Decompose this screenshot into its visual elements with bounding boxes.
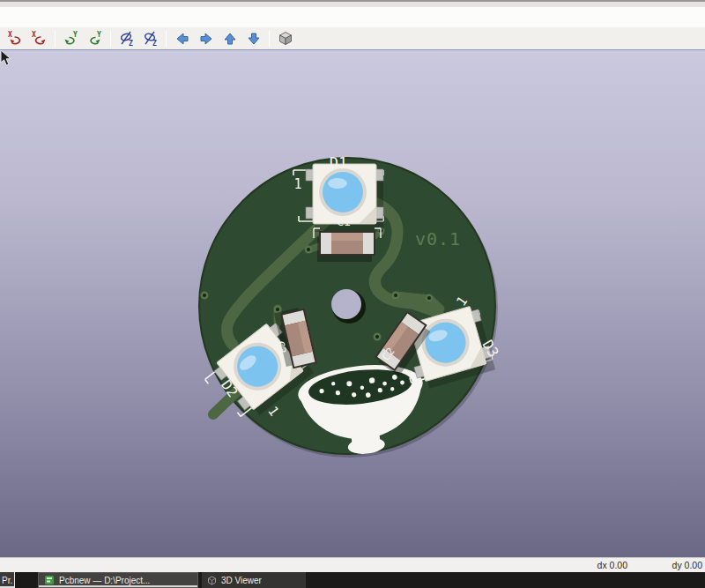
toolbar-separator [110, 31, 111, 47]
toolbar-separator [55, 31, 56, 47]
viewer-toolbar: X X Y Y [0, 27, 705, 50]
arrow-left-icon [174, 30, 191, 48]
pcbnew-app-icon [44, 575, 55, 585]
rotate-x-ccw-icon: X [7, 30, 25, 48]
windows-taskbar: Pr... Pcbnew — D:\Project... 3D Viewer [0, 572, 705, 588]
orthographic-view-button[interactable] [274, 28, 296, 48]
cube-icon [277, 30, 294, 48]
taskbar-item-label: Pr... [2, 576, 12, 585]
move-left-button[interactable] [171, 28, 193, 48]
toolbar-separator [269, 31, 270, 47]
svg-text:Y: Y [97, 31, 101, 39]
toolbar-separator [166, 31, 167, 47]
taskbar-item-project[interactable]: Pr... [0, 572, 15, 588]
version-label: v0.1 [415, 228, 461, 249]
move-up-button[interactable] [219, 28, 241, 48]
move-down-button[interactable] [242, 28, 264, 48]
3d-viewport[interactable]: v0.1 [0, 50, 705, 557]
rotate-z-cw-button[interactable]: Z [139, 28, 161, 48]
arrow-down-icon [245, 30, 263, 48]
rotate-z-cw-icon: Z [142, 30, 160, 48]
rotate-x-cw-icon: X [31, 30, 48, 48]
d1-ref-label: D1 [330, 154, 347, 172]
capacitor-c1 [314, 228, 381, 262]
status-bar: dx 0.00 dy 0.00 [0, 557, 705, 572]
taskbar-item-3d-viewer[interactable]: 3D Viewer [202, 572, 306, 588]
pcb-3d-render: v0.1 [0, 50, 705, 557]
window-top-strip [0, 0, 705, 7]
dy-readout: dy 0.00 [672, 560, 702, 570]
rotate-y-ccw-icon: Y [63, 30, 80, 48]
arrow-up-icon [221, 30, 239, 48]
taskbar-item-label: Pcbnew — D:\Project... [59, 576, 150, 585]
move-right-button[interactable] [195, 28, 217, 48]
svg-text:X: X [8, 31, 12, 39]
c1-ref-label: C1 [337, 215, 351, 228]
svg-text:Z: Z [129, 40, 133, 48]
svg-text:Z: Z [152, 40, 157, 48]
rotate-x-cw-button[interactable]: X [28, 28, 50, 48]
rotate-x-ccw-button[interactable]: X [4, 28, 26, 48]
mouse-cursor [0, 50, 14, 68]
rotate-y-cw-button[interactable]: Y [84, 28, 106, 48]
rotate-y-cw-icon: Y [86, 30, 104, 48]
menu-bar [0, 7, 705, 27]
arrow-right-icon [197, 30, 215, 48]
svg-text:X: X [32, 31, 36, 39]
rotate-z-ccw-button[interactable]: Z [115, 28, 137, 48]
svg-text:Y: Y [73, 31, 78, 39]
pcb-board: v0.1 [199, 154, 507, 460]
rotate-z-ccw-icon: Z [118, 30, 136, 48]
dx-readout: dx 0.00 [597, 560, 627, 570]
kicad-3d-viewer-window: X X Y Y [0, 0, 705, 588]
taskbar-item-pcbnew[interactable]: Pcbnew — D:\Project... [38, 572, 198, 588]
d1-pin1-label: 1 [293, 176, 301, 192]
rotate-y-ccw-button[interactable]: Y [60, 28, 82, 48]
taskbar-item-label: 3D Viewer [221, 576, 262, 585]
3d-viewer-app-icon [207, 576, 217, 585]
